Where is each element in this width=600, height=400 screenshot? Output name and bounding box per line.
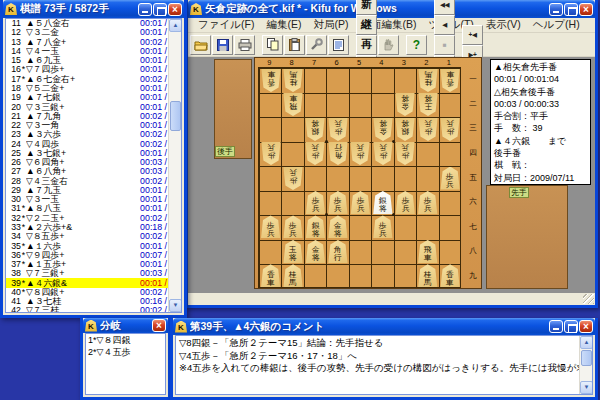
- menu-item-2[interactable]: 対局(P): [307, 18, 354, 32]
- branch-window: K 分岐 × 1*▽８四銀2*▽４五歩: [80, 318, 171, 400]
- gote-piece-飛車[interactable]: 飛車: [283, 93, 303, 116]
- sente-piece-銀将[interactable]: 銀将: [305, 215, 325, 238]
- maximize-button[interactable]: [153, 3, 167, 16]
- menu-item-5[interactable]: 表示(V): [480, 18, 527, 32]
- gote-piece-金将[interactable]: 金将: [395, 93, 415, 116]
- close-button[interactable]: ×: [579, 3, 593, 16]
- sente-piece-歩兵[interactable]: 歩兵: [373, 215, 393, 238]
- comment-scrollbar[interactable]: ▲ ▼: [579, 336, 592, 394]
- piece-kanji: 兵: [312, 143, 320, 151]
- scroll-down-button[interactable]: ▼: [169, 299, 182, 312]
- nav-button-1[interactable]: ◀◀: [434, 0, 455, 15]
- close-button[interactable]: ×: [152, 319, 166, 332]
- gote-piece-歩兵[interactable]: 歩兵: [350, 142, 370, 165]
- branch-titlebar[interactable]: K 分岐 ×: [83, 318, 168, 333]
- gote-piece-歩兵[interactable]: 歩兵: [418, 118, 438, 141]
- save-button[interactable]: [212, 35, 233, 55]
- sente-piece-歩兵[interactable]: 歩兵: [440, 167, 460, 190]
- gote-piece-歩兵[interactable]: 歩兵: [328, 118, 348, 141]
- close-button[interactable]: ×: [579, 320, 593, 333]
- gote-piece-歩兵[interactable]: 歩兵: [395, 142, 415, 165]
- sente-piece-歩兵[interactable]: 歩兵: [350, 191, 370, 214]
- desktop: K 矢倉定跡の全て.kif * - Kifu for Windows × ファイ…: [0, 0, 600, 400]
- gote-piece-歩兵[interactable]: 歩兵: [373, 142, 393, 165]
- menu-item-1[interactable]: 編集(E): [260, 18, 307, 32]
- sente-piece-飛車[interactable]: 飛車: [418, 240, 438, 263]
- branch-item[interactable]: 1*▽８四銀: [88, 335, 163, 347]
- sente-piece-歩兵[interactable]: 歩兵: [395, 191, 415, 214]
- sente-piece-歩兵[interactable]: 歩兵: [418, 191, 438, 214]
- sente-piece-桂馬[interactable]: 桂馬: [418, 264, 438, 287]
- gote-piece-歩兵[interactable]: 歩兵: [261, 142, 281, 165]
- gote-piece-香車[interactable]: 香車: [440, 69, 460, 92]
- kifu-move-row[interactable]: 42▽７三桂00:02 /: [6, 306, 168, 313]
- gote-piece-歩兵[interactable]: 歩兵: [440, 118, 460, 141]
- main-titlebar[interactable]: K 矢倉定跡の全て.kif * - Kifu for Windows ×: [188, 0, 595, 18]
- move-text: ▲２六歩+&: [26, 223, 140, 232]
- sente-piece-玉将[interactable]: 玉将: [283, 240, 303, 263]
- print-button[interactable]: [234, 35, 255, 55]
- gote-piece-桂馬[interactable]: 桂馬: [418, 69, 438, 92]
- col-label: 7: [303, 58, 325, 67]
- game-button-2[interactable]: 再: [356, 35, 377, 55]
- menu-item-6[interactable]: ヘルプ(H): [527, 18, 586, 32]
- game-button-1[interactable]: 継: [356, 15, 377, 35]
- sente-piece-角行[interactable]: 角行: [328, 240, 348, 263]
- sente-piece-歩兵[interactable]: 歩兵: [305, 191, 325, 214]
- game-button-0[interactable]: 新: [356, 0, 377, 15]
- kifu-titlebar[interactable]: K 棋譜 73手 / 5872手 ×: [3, 0, 184, 18]
- col-label: 8: [280, 58, 302, 67]
- branch-item[interactable]: 2*▽４五歩: [88, 347, 163, 359]
- sente-piece-金将[interactable]: 金将: [328, 215, 348, 238]
- kifu-move-row[interactable]: 19▲７七銀00:01 /: [6, 93, 168, 102]
- scroll-down-button[interactable]: ▼: [580, 381, 593, 394]
- sente-piece-金将[interactable]: 金将: [305, 240, 325, 263]
- sente-piece-香車[interactable]: 香車: [440, 264, 460, 287]
- sente-piece-香車[interactable]: 香車: [261, 264, 281, 287]
- copy-button[interactable]: [262, 35, 283, 55]
- sente-piece-銀将[interactable]: 銀将: [373, 191, 393, 214]
- gote-piece-金将[interactable]: 金将: [373, 118, 393, 141]
- open-file-button[interactable]: [190, 35, 211, 55]
- move-text: ▽８四銀+: [26, 288, 140, 297]
- minimize-button[interactable]: [138, 3, 152, 16]
- sente-piece-歩兵[interactable]: 歩兵: [328, 191, 348, 214]
- tools-button[interactable]: [306, 35, 327, 55]
- shogi-board-grid[interactable]: 香車桂馬桂馬香車飛車金将王将銀将歩兵金将銀将歩兵歩兵歩兵歩兵角行歩兵歩兵歩兵歩兵…: [258, 67, 461, 288]
- info-line: △相矢倉後手番: [494, 86, 587, 98]
- close-button[interactable]: ×: [168, 3, 182, 16]
- gote-piece-歩兵[interactable]: 歩兵: [283, 167, 303, 190]
- gote-piece-銀将[interactable]: 銀将: [305, 118, 325, 141]
- kifu-scrollbar[interactable]: ▲ ▼: [168, 19, 181, 312]
- gote-piece-王将[interactable]: 王将: [418, 93, 438, 116]
- scroll-up-button[interactable]: ▲: [169, 19, 182, 32]
- paste-button[interactable]: [284, 35, 305, 55]
- board-client-area: 後手 987654321 香車桂馬桂馬香車飛車金将王将銀将歩兵金将銀将歩兵歩兵歩…: [188, 57, 595, 293]
- help-button[interactable]: ?: [406, 35, 427, 55]
- nav-button-3[interactable]: ■: [434, 35, 455, 55]
- branch-nav-button-0[interactable]: +◀: [462, 25, 483, 45]
- nav-button-2[interactable]: ◀: [434, 15, 455, 35]
- sente-piece-歩兵[interactable]: 歩兵: [261, 215, 281, 238]
- gote-piece-角行[interactable]: 角行: [328, 142, 348, 165]
- gote-piece-香車[interactable]: 香車: [261, 69, 281, 92]
- sente-piece-歩兵[interactable]: 歩兵: [283, 215, 303, 238]
- minimize-button[interactable]: [549, 320, 563, 333]
- scrollbar-thumb[interactable]: [581, 350, 592, 366]
- kifu-move-row[interactable]: 34▽８五歩+00:02 /: [6, 232, 168, 241]
- scrollbar-thumb[interactable]: [170, 101, 181, 131]
- kif-info-button[interactable]: [328, 35, 349, 55]
- gote-piece-銀将[interactable]: 銀将: [395, 118, 415, 141]
- sente-piece-桂馬[interactable]: 桂馬: [283, 264, 303, 287]
- comment-titlebar[interactable]: K 第39手、▲4六銀のコメント ×: [173, 318, 595, 335]
- maximize-button[interactable]: [564, 320, 578, 333]
- gote-piece-歩兵[interactable]: 歩兵: [305, 142, 325, 165]
- gote-piece-桂馬[interactable]: 桂馬: [283, 69, 303, 92]
- minimize-button[interactable]: [549, 3, 563, 16]
- scroll-up-button[interactable]: ▲: [580, 336, 593, 349]
- menu-item-0[interactable]: ファイル(F): [192, 18, 260, 32]
- maximize-button[interactable]: [564, 3, 578, 16]
- resize-grip[interactable]: [583, 294, 594, 304]
- pause-hand-button[interactable]: [378, 35, 399, 55]
- comment-window-title: 第39手、▲4六銀のコメント: [190, 320, 548, 334]
